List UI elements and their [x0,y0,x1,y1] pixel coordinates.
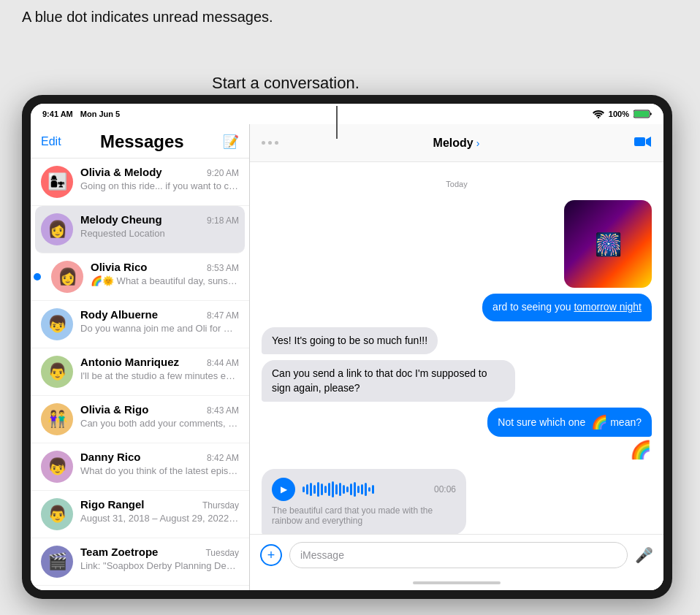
avatar: 🎬 [41,546,73,578]
msg-row: Not sure which one 🌈 mean? [262,408,652,437]
battery-icon [634,110,652,118]
conv-name: Danny Rico [80,451,141,463]
msg-row: Can you send a link to that doc I'm supp… [262,360,652,402]
avatar: 👩‍👧 [41,166,73,198]
header-dots [262,141,278,145]
audio-duration: 00:06 [434,484,456,494]
chat-panel: Melody › Today 🎆 [250,124,663,590]
conversation-list: 👩‍👧 Olivia & Melody 9:20 AM Going on thi… [31,158,249,590]
svg-rect-2 [634,111,649,117]
conv-content: Melody Cheung 9:18 AM Requested Location [80,213,239,240]
conv-preview: I'll be at the studio a few minutes earl… [80,370,239,383]
list-item[interactable]: 👩‍👧 Olivia & Melody 9:20 AM Going on thi… [31,158,249,206]
messages-area: Today 🎆 ard to seeing you tomorrow night… [250,162,663,534]
rainbow-sticker: 🌈 [630,440,652,460]
msg-row: 🎆 [262,200,652,288]
conv-time: Thursday [202,500,239,511]
unread-dot [34,273,41,280]
conv-time: 9:18 AM [207,215,239,226]
compose-icon[interactable]: 📝 [223,134,239,150]
main-content: Edit Messages 📝 👩‍👧 Olivia & Melody 9:20… [31,124,663,590]
list-item[interactable]: 👨 Antonio Manriquez 8:44 AM I'll be at t… [31,348,249,396]
header-dot [268,141,272,145]
avatar: 👩 [41,213,73,245]
message-bubble: Can you send a link to that doc I'm supp… [262,360,515,402]
input-area: + iMessage 🎤 [250,534,663,576]
input-placeholder: iMessage [300,549,344,561]
message-bubble: Not sure which one 🌈 mean? [487,408,652,437]
video-call-icon[interactable] [634,134,652,151]
conv-time: 9:20 AM [207,168,239,178]
message-bubble: ard to seeing you tomorrow night [482,294,652,321]
conv-preview: Going on this ride... if you want to com… [80,180,239,193]
annotation-blue-dot: A blue dot indicates unread messages. [22,7,273,27]
conv-content: Antonio Manriquez 8:44 AM I'll be at the… [80,356,239,383]
conv-name: Melody Cheung [80,213,162,226]
avatar: 👨 [41,356,73,388]
edit-button[interactable]: Edit [41,135,61,148]
conv-time: 8:42 AM [207,453,239,463]
chat-title: Melody [433,137,473,150]
svg-rect-3 [634,137,645,146]
add-attachment-button[interactable]: + [260,544,282,566]
conv-name: Olivia & Melody [80,166,162,178]
avatar: 👨 [41,498,73,530]
ipad-screen: 9:41 AM Mon Jun 5 100% [31,104,663,590]
audio-caption: The beautiful card that you made with th… [272,505,456,526]
conv-preview: 🌈🌞 What a beautiful day, sunshine! [91,275,239,288]
wifi-icon [593,110,604,118]
conv-preview: Can you both add your comments, please? [80,417,239,430]
list-item[interactable]: 🎬 Team Zoetrope Tuesday Link: "Soapbox D… [31,538,249,586]
conv-preview: What do you think of the latest episode? [80,465,239,478]
conv-content: Olivia Rico 8:53 AM 🌈🌞 What a beautiful … [91,261,239,288]
conv-name: Rigo Rangel [80,498,145,511]
conv-name: Rody Albuerne [80,308,158,321]
conv-preview: Requested Location [80,227,239,240]
chevron-right-icon: › [476,137,480,149]
conv-time: 8:47 AM [207,310,239,321]
message-link[interactable]: tomorrow night [574,301,642,313]
conv-content: Team Zoetrope Tuesday Link: "Soapbox Der… [80,546,239,573]
conv-content: Danny Rico 8:42 AM What do you think of … [80,451,239,478]
msg-row: ▶ [262,469,652,534]
conv-time: 8:53 AM [207,263,239,273]
header-dot [262,141,265,145]
conv-preview: August 31, 2018 – August 29, 2022 · 104 … [80,512,239,525]
list-item[interactable]: 👨 Rigo Rangel Thursday August 31, 2018 –… [31,491,249,538]
home-indicator [250,576,663,590]
microphone-icon[interactable]: 🎤 [635,546,653,564]
avatar: 👦 [41,451,73,483]
conv-content: Rigo Rangel Thursday August 31, 2018 – A… [80,498,239,525]
svg-point-0 [598,117,599,118]
conv-content: Rody Albuerne 8:47 AM Do you wanna join … [80,308,239,335]
message-bubble: Yes! It's going to be so much fun!!! [262,327,438,355]
list-item[interactable]: 👩 Melody Cheung 9:18 AM Requested Locati… [35,206,245,253]
home-bar [413,581,501,584]
audio-controls: ▶ [272,478,456,501]
list-item[interactable]: 👩 Olivia Rico 8:53 AM 🌈🌞 What a beautifu… [31,253,249,301]
msg-row: Yes! It's going to be so much fun!!! [262,327,652,355]
chat-title-area[interactable]: Melody › [433,137,480,150]
sidebar-header: Edit Messages 📝 [31,124,249,158]
conv-name: Olivia & Rigo [80,403,148,416]
conv-time: 8:44 AM [207,358,239,368]
conv-preview: Do you wanna join me and Oli for 🎒🧺 brea… [80,322,239,335]
sidebar-title: Messages [100,131,184,152]
play-button[interactable]: ▶ [272,478,295,501]
avatar: 👦 [41,308,73,340]
conv-content: Olivia & Rigo 8:43 AM Can you both add y… [80,403,239,430]
conv-time: 8:43 AM [207,405,239,416]
chat-header: Melody › [250,124,663,162]
list-item[interactable]: 👫 Olivia & Rigo 8:43 AM Can you both add… [31,396,249,443]
image-bubble: 🎆 [564,200,652,288]
conv-name: Team Zoetrope [80,546,158,558]
avatar: 👩 [51,261,83,293]
list-item[interactable]: 👦 Danny Rico 8:42 AM What do you think o… [31,443,249,491]
audio-bubble: ▶ [262,469,466,534]
conv-name: Antonio Manriquez [80,356,179,368]
message-input[interactable]: iMessage [289,542,628,568]
header-dot [275,141,278,145]
rainbow-emoji: 🌈 [591,414,607,430]
list-item[interactable]: 👦 Rody Albuerne 8:47 AM Do you wanna joi… [31,301,249,348]
annotation-start-conversation: Start a conversation. [212,73,359,94]
